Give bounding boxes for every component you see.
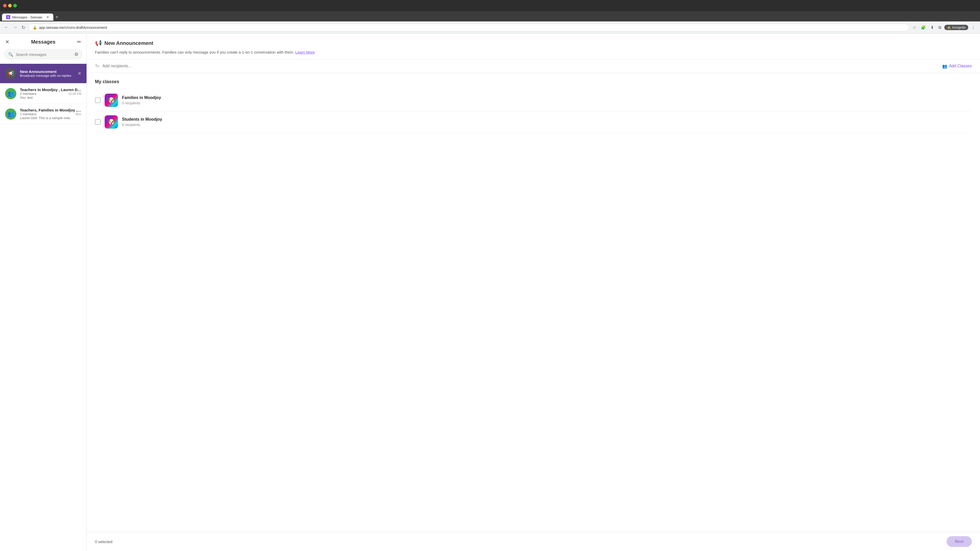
tab-close-button[interactable]: ✕ <box>46 15 49 19</box>
learn-more-link[interactable]: Learn More <box>295 50 315 54</box>
conversation-meta: 2 members Mon <box>20 112 81 116</box>
families-moodjoy-name: Families in Moodjoy <box>122 95 972 100</box>
window-close-button[interactable] <box>3 4 6 7</box>
next-button[interactable]: Next <box>947 536 972 547</box>
incognito-badge: 🕵 Incognito <box>944 25 968 30</box>
back-button[interactable]: ← <box>3 24 10 31</box>
group-avatar-teachers-families: 👥 <box>5 108 16 120</box>
group-avatar-teachers: 👥 <box>5 88 16 99</box>
incognito-icon: 🕵 <box>947 25 951 29</box>
reload-button[interactable]: ↻ <box>21 24 26 32</box>
address-bar[interactable]: 🔒 <box>28 24 909 32</box>
window-minimize-button[interactable] <box>8 4 12 7</box>
students-moodjoy-recipients: 6 recipients <box>122 123 972 127</box>
tab-title: Messages - Seesaw <box>12 15 42 19</box>
add-classes-icon: 👥 <box>942 64 947 68</box>
families-moodjoy-checkbox[interactable] <box>95 97 100 103</box>
sidebar-header-actions: ✏ <box>77 39 81 45</box>
conversation-time: Mon <box>76 113 81 116</box>
nav-bar: ← → ↻ 🔒 ☆ 🧩 ⬇ ⧉ 🕵 Incognito ⋮ <box>0 21 980 34</box>
bookmark-button[interactable]: ☆ <box>911 24 918 32</box>
nav-actions: ☆ 🧩 ⬇ ⧉ 🕵 Incognito ⋮ <box>911 24 977 32</box>
filter-button[interactable]: ⚙ <box>74 52 78 57</box>
conversation-name: Teachers, Families in Moodjoy , & 1 more <box>20 108 81 112</box>
to-row: To 👥 Add Classes <box>87 60 980 73</box>
families-moodjoy-avatar: 🐶 <box>105 94 118 107</box>
forward-button[interactable]: → <box>12 24 18 31</box>
lock-icon: 🔒 <box>33 25 37 30</box>
conversation-item-teachers-moodjoy[interactable]: 👥 Teachers in Moodjoy , Lauren Deli 2 me… <box>0 83 86 104</box>
tab-favicon: S <box>6 15 10 19</box>
menu-button[interactable]: ⋮ <box>970 24 977 32</box>
browser-chrome <box>0 0 980 11</box>
search-bar[interactable]: 🔍 ⚙ <box>4 49 83 60</box>
classes-section: My classes 🐶 Families in Moodjoy 0 recip… <box>87 73 980 139</box>
students-moodjoy-info: Students in Moodjoy 6 recipients <box>122 117 972 127</box>
window-controls <box>3 4 17 7</box>
sidebar: ✕ Messages ✏ 🔍 ⚙ 📢 New Announcement Broa… <box>0 34 87 551</box>
split-view-button[interactable]: ⧉ <box>937 24 943 32</box>
my-classes-title: My classes <box>95 79 972 84</box>
add-classes-label: Add Classes <box>949 64 972 68</box>
search-input[interactable] <box>16 52 72 57</box>
announcement-description: Families can't reply to announcements. F… <box>95 49 972 56</box>
close-sidebar-button[interactable]: ✕ <box>5 39 10 45</box>
extensions-button[interactable]: 🧩 <box>919 24 928 32</box>
add-classes-button[interactable]: 👥 Add Classes <box>942 64 972 68</box>
conversation-members: 2 members <box>20 112 73 116</box>
conversation-item-new-announcement[interactable]: 📢 New Announcement Broadcast message wit… <box>0 64 86 83</box>
conversation-name: Teachers in Moodjoy , Lauren Deli <box>20 87 81 92</box>
announcement-header: 📢 New Announcement Families can't reply … <box>87 34 980 60</box>
to-label: To <box>95 64 99 68</box>
conversation-item-teachers-families-moodjoy[interactable]: 👥 Teachers, Families in Moodjoy , & 1 mo… <box>0 104 86 124</box>
class-item-families-moodjoy: 🐶 Families in Moodjoy 0 recipients <box>95 89 972 111</box>
sidebar-title: Messages <box>31 39 56 45</box>
search-icon: 🔍 <box>8 52 13 57</box>
students-moodjoy-avatar: 🐶 <box>105 115 118 129</box>
active-tab[interactable]: S Messages - Seesaw ✕ <box>2 14 53 21</box>
announcement-title: New Announcement <box>104 40 153 46</box>
recipients-input[interactable] <box>102 64 939 68</box>
main-content: 📢 New Announcement Families can't reply … <box>87 34 980 551</box>
conversation-name: New Announcement <box>20 69 74 74</box>
download-button[interactable]: ⬇ <box>929 24 935 32</box>
announcement-title-row: 📢 New Announcement <box>95 40 972 46</box>
app-layout: ✕ Messages ✏ 🔍 ⚙ 📢 New Announcement Broa… <box>0 34 980 551</box>
footer: 0 selected Next <box>87 532 980 551</box>
window-maximize-button[interactable] <box>13 4 17 7</box>
families-moodjoy-recipients: 0 recipients <box>122 101 972 105</box>
tab-bar: S Messages - Seesaw ✕ + <box>0 11 980 21</box>
class-item-students-moodjoy: 🐶 Students in Moodjoy 6 recipients <box>95 111 972 133</box>
conversation-members: 2 members <box>20 92 66 96</box>
conversation-close-button[interactable]: ✕ <box>78 71 81 76</box>
sidebar-header: ✕ Messages ✏ <box>0 34 86 49</box>
conversation-body: Teachers in Moodjoy , Lauren Deli 2 memb… <box>20 87 81 100</box>
selected-count: 0 selected <box>95 540 112 544</box>
conversation-list: 📢 New Announcement Broadcast message wit… <box>0 64 86 551</box>
students-moodjoy-name: Students in Moodjoy <box>122 117 972 122</box>
incognito-label: Incognito <box>952 25 966 29</box>
announcement-avatar: 📢 <box>5 68 16 79</box>
conversation-preview: Lauren Deli: This is a sample note. <box>20 116 81 120</box>
families-moodjoy-info: Families in Moodjoy 0 recipients <box>122 95 972 105</box>
conversation-preview: Broadcast message with no replies <box>20 74 74 78</box>
conversation-body: New Announcement Broadcast message with … <box>20 69 74 78</box>
url-input[interactable] <box>39 25 905 30</box>
conversation-body: Teachers, Families in Moodjoy , & 1 more… <box>20 108 81 120</box>
megaphone-icon: 📢 <box>95 40 102 46</box>
conversation-preview: You: test <box>20 96 81 100</box>
compose-button[interactable]: ✏ <box>77 39 81 45</box>
announcement-desc-text: Families can't reply to announcements. F… <box>95 50 294 54</box>
students-moodjoy-checkbox[interactable] <box>95 119 100 125</box>
conversation-time: 10:08 PM <box>68 92 81 96</box>
conversation-meta: 2 members 10:08 PM <box>20 92 81 96</box>
new-tab-button[interactable]: + <box>56 14 59 20</box>
